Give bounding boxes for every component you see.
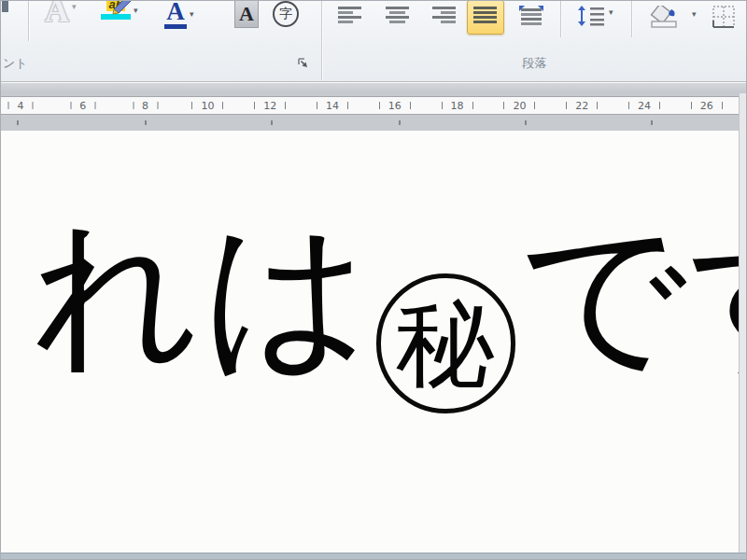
clipped-toolbar-icon: [2, 0, 8, 12]
text-highlight-color-button[interactable]: ab ▾: [101, 0, 138, 20]
line-spacing-icon: [576, 6, 606, 26]
paragraph-group-label: 段落: [327, 52, 742, 75]
enclose-characters-icon: 字: [273, 1, 299, 27]
ruler-number-cell: 6: [70, 97, 95, 114]
ruler-number-cell: 10: [191, 97, 223, 114]
ruler-number-cell: 4: [8, 97, 34, 114]
shading-button[interactable]: ▾: [641, 0, 703, 35]
tab-stop-tick: [651, 120, 653, 125]
horizontal-ruler[interactable]: 468101214161820222426: [0, 96, 740, 115]
character-shading-icon: A: [234, 0, 259, 28]
text-effects-button[interactable]: A ▾: [45, 0, 77, 26]
ribbon: A ▾ ab ▾ A ▾ A: [0, 0, 747, 82]
group-separator: [321, 0, 322, 80]
align-center-icon: [386, 6, 410, 24]
tab-stop-strip[interactable]: [0, 116, 740, 131]
ruler-number-cell: 26: [691, 97, 723, 114]
ribbon-bottom-strip: [0, 83, 747, 93]
align-right-button[interactable]: [426, 0, 463, 35]
ruler-number-cell: 14: [317, 97, 348, 114]
font-group-label: ント: [3, 52, 28, 75]
enclose-characters-button[interactable]: 字: [273, 1, 299, 27]
separator: [560, 0, 561, 37]
text-effects-icon: A: [45, 0, 69, 26]
separator: [631, 0, 632, 37]
font-color-button[interactable]: A ▾: [164, 0, 194, 29]
borders-button[interactable]: [706, 0, 741, 38]
ruler-zone: 468101214161820222426: [0, 93, 747, 131]
font-color-bar: [164, 24, 187, 29]
dialog-launcher-icon: [297, 57, 309, 69]
tab-stop-tick: [525, 120, 527, 125]
ruler-number-cell: 12: [254, 97, 286, 114]
text-before-seal: これは: [3, 199, 373, 390]
shading-bucket-icon: [647, 6, 684, 28]
justify-icon: [473, 6, 498, 24]
ruler-number-cell: 18: [442, 97, 473, 114]
character-shading-button[interactable]: A: [234, 0, 259, 28]
ribbon-icon-row: A ▾ ab ▾ A ▾ A: [0, 0, 747, 43]
ruler-number-cell: 8: [133, 97, 158, 114]
font-dialog-launcher[interactable]: [297, 56, 309, 73]
justify-button[interactable]: [467, 0, 504, 35]
highlighter-pen-icon: [110, 0, 134, 15]
align-left-icon: [338, 6, 362, 24]
text-after-seal: です: [519, 199, 739, 390]
ruler-number-cell: 24: [628, 97, 660, 114]
ruler-number-cell: 20: [503, 97, 535, 114]
document-page[interactable]: これは秘です: [3, 131, 739, 553]
chevron-down-icon[interactable]: ▾: [692, 9, 697, 19]
tab-stop-tick: [145, 120, 147, 125]
tab-stop-tick: [17, 120, 19, 125]
tab-stop-tick: [271, 120, 273, 125]
borders-grid-icon: [712, 6, 735, 28]
align-right-icon: [432, 6, 457, 24]
vertical-scrollbar-track[interactable]: [739, 93, 747, 553]
chevron-down-icon[interactable]: ▾: [609, 7, 613, 17]
document-text[interactable]: これは秘です: [3, 213, 739, 413]
line-spacing-button[interactable]: ▾: [570, 0, 620, 33]
ruler-number-cell: 16: [379, 97, 411, 114]
align-left-button[interactable]: [331, 0, 369, 35]
separator: [28, 0, 29, 41]
enclosed-character-seal: 秘: [376, 273, 516, 413]
chevron-down-icon[interactable]: ▾: [72, 2, 77, 11]
font-color-a-icon: A: [166, 0, 185, 22]
tab-stop-tick: [399, 120, 401, 125]
ruler-number-cell: 22: [566, 97, 598, 114]
distribute-icon: [519, 6, 543, 26]
chevron-down-icon[interactable]: ▾: [190, 9, 194, 19]
align-center-button[interactable]: [379, 0, 416, 35]
distribute-button[interactable]: [513, 0, 550, 36]
bottom-edge-strip: [0, 553, 747, 560]
